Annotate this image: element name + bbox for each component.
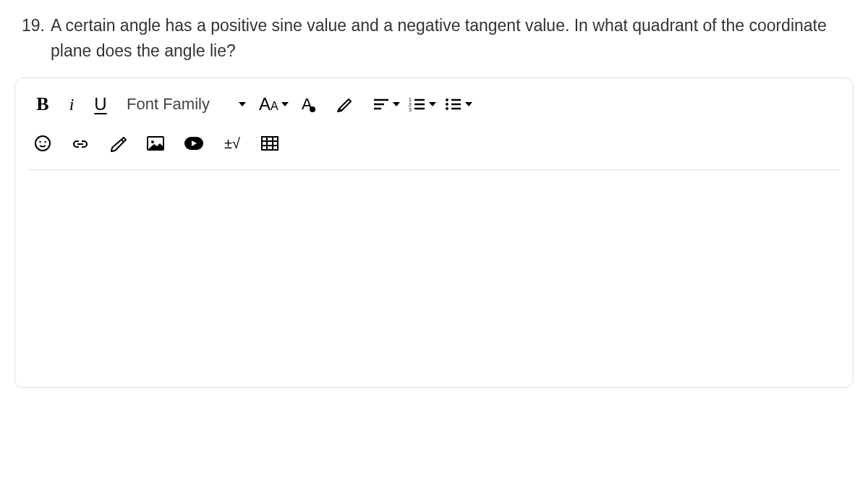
toolbar-row-1: B i U Font Family AA A — [28, 91, 840, 130]
pencil-icon — [108, 135, 128, 152]
table-button[interactable] — [255, 130, 284, 156]
link-icon — [71, 136, 90, 151]
unordered-list-button[interactable] — [441, 91, 477, 117]
font-family-dropdown[interactable]: Font Family — [115, 95, 255, 114]
svg-point-1 — [310, 106, 315, 112]
toolbar: B i U Font Family AA A — [15, 78, 853, 170]
editor-container: B i U Font Family AA A — [14, 77, 854, 388]
chevron-down-icon — [239, 102, 246, 106]
underline-icon: U — [94, 94, 106, 114]
math-icon: ±√ — [224, 135, 240, 152]
font-color-icon: A — [298, 95, 317, 114]
highlight-button[interactable] — [331, 91, 359, 117]
unordered-list-icon — [445, 97, 462, 112]
emoji-button[interactable] — [28, 130, 57, 156]
ordered-list-icon: 1 2 3 — [409, 97, 426, 112]
italic-icon: i — [69, 95, 75, 114]
question-text: 19. A certain angle has a positive sine … — [22, 13, 846, 63]
chevron-down-icon — [465, 102, 472, 106]
ordered-list-button[interactable]: 1 2 3 — [404, 91, 441, 117]
font-family-label: Font Family — [127, 95, 210, 114]
svg-line-20 — [122, 140, 124, 142]
font-color-button[interactable]: A — [293, 91, 322, 117]
svg-point-19 — [44, 141, 46, 143]
svg-point-12 — [446, 103, 448, 106]
svg-rect-24 — [262, 137, 278, 150]
toolbar-row-2: ±√ — [28, 130, 840, 170]
chevron-down-icon — [429, 102, 436, 106]
svg-point-11 — [446, 98, 448, 101]
math-button[interactable]: ±√ — [218, 130, 247, 156]
smile-icon — [34, 135, 51, 152]
highlighter-icon — [336, 95, 354, 114]
font-size-button[interactable]: AA — [255, 91, 293, 117]
bold-icon: B — [36, 93, 48, 115]
italic-button[interactable]: i — [57, 91, 86, 117]
svg-point-22 — [151, 140, 154, 143]
video-icon — [183, 135, 205, 151]
chevron-down-icon — [393, 102, 400, 106]
draw-button[interactable] — [103, 130, 132, 156]
svg-text:1: 1 — [409, 97, 412, 102]
image-button[interactable] — [141, 130, 170, 156]
video-button[interactable] — [179, 130, 209, 156]
editor-textarea[interactable] — [15, 170, 853, 387]
svg-text:2: 2 — [409, 102, 412, 107]
svg-point-17 — [35, 136, 50, 151]
image-icon — [145, 135, 166, 152]
question-body: A certain angle has a positive sine valu… — [51, 13, 846, 63]
svg-point-18 — [39, 141, 41, 143]
svg-text:3: 3 — [409, 107, 412, 112]
table-icon — [260, 135, 279, 151]
underline-button[interactable]: U — [86, 91, 115, 117]
chevron-down-icon — [281, 102, 289, 106]
font-size-icon: AA — [259, 94, 278, 114]
svg-point-13 — [446, 107, 448, 110]
align-button[interactable] — [368, 91, 404, 117]
align-left-icon — [373, 97, 390, 112]
question-container: 19. A certain angle has a positive sine … — [0, 0, 868, 77]
question-number: 19. — [22, 13, 45, 63]
link-button[interactable] — [66, 130, 95, 156]
bold-button[interactable]: B — [28, 91, 57, 117]
